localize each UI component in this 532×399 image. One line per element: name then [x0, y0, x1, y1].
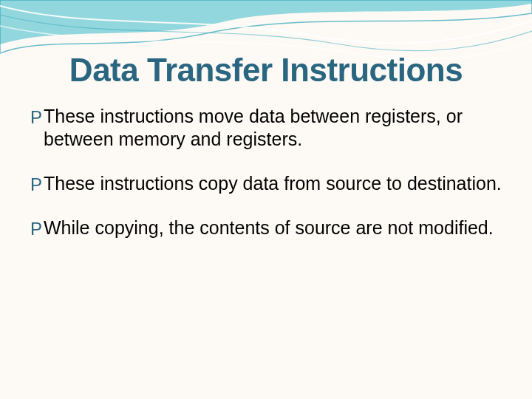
slide-content: Data Transfer Instructions P These instr…: [26, 52, 506, 261]
bullet-text: These instructions move data between reg…: [44, 105, 506, 151]
list-item: P These instructions copy data from sour…: [30, 172, 506, 196]
list-item: P While copying, the contents of source …: [30, 216, 506, 240]
list-item: P These instructions move data between r…: [30, 105, 506, 151]
bullet-icon: P: [30, 174, 42, 196]
bullet-text: While copying, the contents of source ar…: [44, 216, 506, 239]
bullet-text: These instructions copy data from source…: [44, 172, 506, 195]
bullet-list: P These instructions move data between r…: [26, 105, 506, 240]
bullet-icon: P: [30, 218, 42, 240]
bullet-icon: P: [30, 106, 42, 129]
slide-title: Data Transfer Instructions: [26, 52, 506, 89]
